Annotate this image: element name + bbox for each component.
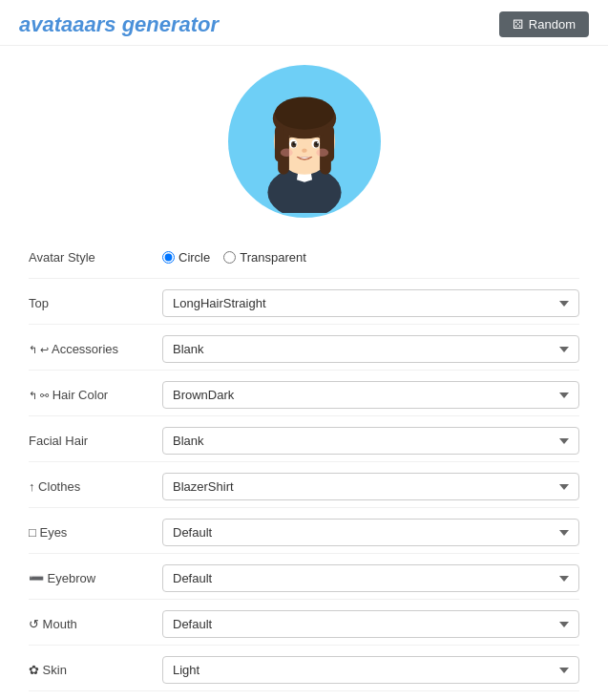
random-icon: ⚄ <box>513 17 523 32</box>
skin-select[interactable]: Tanned Yellow Pale Light Brown DarkBrown… <box>162 656 579 684</box>
random-button-label: Random <box>529 17 576 32</box>
top-value: LongHairStraight ShortHairShortFlat Long… <box>162 289 579 317</box>
facial-hair-value: Blank BeardLight BeardMagestic <box>162 427 579 455</box>
hair-color-value: Auburn Black Blonde Brown BrownDark Red <box>162 381 579 409</box>
skin-row: ✿ Skin Tanned Yellow Pale Light Brown Da… <box>29 649 579 691</box>
avatar-style-transparent-option[interactable]: Transparent <box>223 250 306 265</box>
facial-hair-label: Facial Hair <box>29 434 162 448</box>
facial-hair-row: Facial Hair Blank BeardLight BeardMagest… <box>29 420 579 462</box>
svg-rect-7 <box>274 126 283 162</box>
avatar-style-row: Avatar Style Circle Transparent <box>29 237 579 279</box>
eyebrow-row: ➖ Eyebrow Angry AngryNatural Default Def… <box>29 558 579 600</box>
hair-color-icon: ↰ ⚯ <box>29 390 49 401</box>
accessories-icon: ↰ ↩ <box>29 344 49 355</box>
svg-rect-8 <box>325 126 334 162</box>
accessories-value: Blank Kurt Prescription01 Round Sunglass… <box>162 335 579 363</box>
avatar-style-value: Circle Transparent <box>162 250 579 265</box>
clothes-select[interactable]: BlazerShirt BlazerSweater CollarSweater … <box>162 473 579 500</box>
skin-value: Tanned Yellow Pale Light Brown DarkBrown… <box>162 656 579 684</box>
random-button[interactable]: ⚄ Random <box>499 11 589 37</box>
clothes-label: ↑ Clothes <box>29 479 162 494</box>
avatar-style-circle-option[interactable]: Circle <box>162 250 210 265</box>
svg-point-20 <box>316 149 328 158</box>
avatar-style-circle-radio[interactable] <box>162 251 175 264</box>
header: avataaars generator ⚄ Random <box>0 0 608 46</box>
svg-point-9 <box>274 96 333 129</box>
top-row: Top LongHairStraight ShortHairShortFlat … <box>29 283 579 325</box>
avatar-style-label: Avatar Style <box>29 250 162 265</box>
controls-panel: Avatar Style Circle Transparent Top Long… <box>0 227 608 700</box>
hair-color-select[interactable]: Auburn Black Blonde Brown BrownDark Red <box>162 381 579 409</box>
avatar-svg <box>233 70 376 213</box>
eyes-label: □ Eyes <box>29 525 162 540</box>
accessories-row: ↰ ↩ Accessories Blank Kurt Prescription0… <box>29 329 579 371</box>
svg-point-19 <box>280 149 292 158</box>
avatar-circle <box>228 65 381 218</box>
avatar-style-radio-group: Circle Transparent <box>162 250 579 265</box>
app-title: avataaars generator <box>19 12 219 37</box>
eyes-select[interactable]: Close Default Happy Hearts Surprised Win… <box>162 519 579 546</box>
clothes-value: BlazerShirt BlazerSweater CollarSweater … <box>162 473 579 500</box>
mouth-value: Concerned Default Disbelief Eating Smile… <box>162 610 579 638</box>
hair-color-label: ↰ ⚯ Hair Color <box>29 388 162 402</box>
avatar-display <box>0 46 608 227</box>
avatar-style-circle-label: Circle <box>178 250 210 265</box>
eyebrow-label: ➖ Eyebrow <box>29 571 162 585</box>
top-label: Top <box>29 296 162 310</box>
clothes-row: ↑ Clothes BlazerShirt BlazerSweater Coll… <box>29 466 579 508</box>
clothes-icon: ↑ <box>29 479 35 494</box>
accessories-label: ↰ ↩ Accessories <box>29 342 162 356</box>
svg-point-18 <box>302 149 306 153</box>
eyebrow-value: Angry AngryNatural Default DefaultNatura… <box>162 564 579 592</box>
eyebrow-icon: ➖ <box>29 571 44 585</box>
svg-point-16 <box>294 142 296 144</box>
avatar-style-transparent-label: Transparent <box>240 250 306 265</box>
eyes-row: □ Eyes Close Default Happy Hearts Surpri… <box>29 512 579 554</box>
mouth-row: ↺ Mouth Concerned Default Disbelief Eati… <box>29 604 579 646</box>
eyes-icon: □ <box>29 525 36 540</box>
skin-icon: ✿ <box>29 663 39 677</box>
mouth-select[interactable]: Concerned Default Disbelief Eating Smile… <box>162 610 579 638</box>
top-select[interactable]: LongHairStraight ShortHairShortFlat Long… <box>162 289 579 317</box>
svg-point-17 <box>317 142 319 144</box>
mouth-icon: ↺ <box>29 617 39 631</box>
avatar-style-transparent-radio[interactable] <box>223 251 236 264</box>
eyebrow-select[interactable]: Angry AngryNatural Default DefaultNatura… <box>162 564 579 592</box>
eyes-value: Close Default Happy Hearts Surprised Win… <box>162 519 579 546</box>
facial-hair-select[interactable]: Blank BeardLight BeardMagestic <box>162 427 579 455</box>
hair-color-row: ↰ ⚯ Hair Color Auburn Black Blonde Brown… <box>29 374 579 416</box>
skin-label: ✿ Skin <box>29 663 162 677</box>
accessories-select[interactable]: Blank Kurt Prescription01 Round Sunglass… <box>162 335 579 363</box>
mouth-label: ↺ Mouth <box>29 617 162 631</box>
